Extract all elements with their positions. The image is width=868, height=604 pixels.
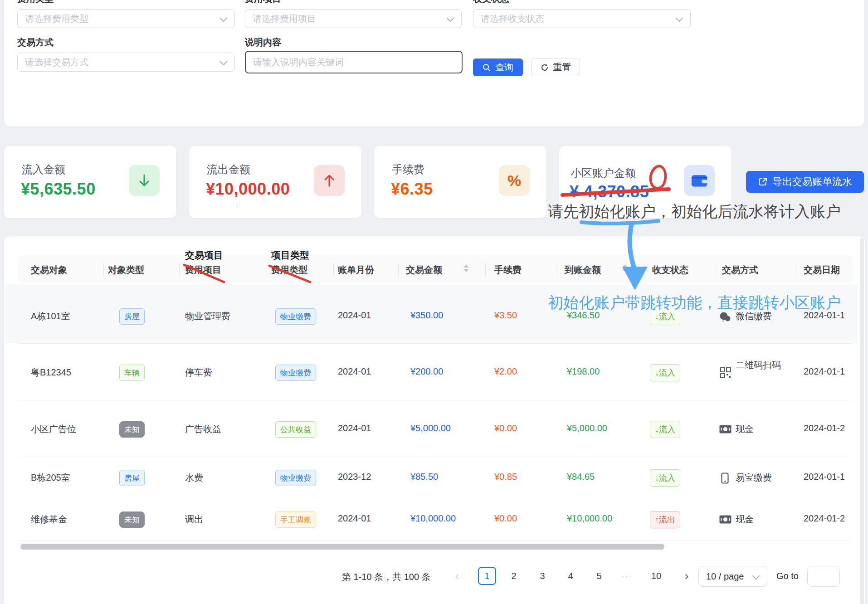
page-ellipsis[interactable]: ··· — [616, 567, 639, 585]
col-header-date[interactable]: 交易日期 — [804, 264, 840, 276]
method-placeholder: 请选择交易方式 — [25, 56, 88, 68]
sort-icon-amount[interactable] — [463, 264, 469, 272]
cell-month: 2024-01 — [338, 423, 371, 434]
col-header-type[interactable]: 对象类型 — [108, 264, 144, 276]
wallet-icon — [684, 165, 715, 196]
sort-icon-received[interactable] — [622, 264, 628, 272]
col-header-item[interactable]: 费用项目 — [185, 264, 221, 276]
col-header-target[interactable]: 交易对象 — [31, 264, 67, 276]
chevron-down-icon — [220, 58, 228, 66]
annotation-col-note-category: 项目类型 — [271, 249, 309, 262]
page-size-value: 10 / page — [706, 571, 744, 582]
refresh-icon — [541, 63, 549, 72]
cell-month: 2024-01 — [338, 513, 371, 524]
fee-type-placeholder: 请选择费用类型 — [25, 13, 88, 25]
cell-fee: ¥0.00 — [494, 513, 517, 524]
goto-page-input[interactable] — [807, 566, 840, 587]
col-header-received[interactable]: 到账金额 — [565, 264, 601, 276]
col-header-amount[interactable]: 交易金额 — [406, 264, 442, 276]
cell-received: ¥10,000.00 — [567, 513, 612, 524]
fee-type-select[interactable]: 请选择费用类型 — [17, 9, 235, 28]
cell-received: ¥198.00 — [567, 366, 600, 377]
cell-date: 2024-01-2 — [804, 513, 845, 524]
col-header-status[interactable]: 收支状态 — [652, 264, 688, 276]
type-badge: 房屋 — [119, 470, 145, 486]
cell-fee: ¥2.00 — [494, 366, 517, 377]
cell-method: 二维码扫码 — [736, 357, 781, 373]
cell-item: 广告收益 — [185, 423, 221, 435]
reset-button-label: 重置 — [553, 61, 571, 73]
outflow-card-value: ¥10,000.00 — [206, 180, 290, 199]
filter-label-fee-type: 费用类型 — [17, 0, 54, 5]
cell-item: 水费 — [185, 472, 203, 484]
status-select[interactable]: 请选择收支状态 — [473, 9, 691, 28]
cell-fee: ¥0.00 — [494, 423, 517, 434]
annotation-init-account-note: 请先初始化账户，初始化后流水将计入账户 — [548, 201, 841, 222]
chevron-down-icon — [676, 15, 683, 22]
chevron-down-icon — [752, 572, 760, 580]
col-header-method[interactable]: 交易方式 — [722, 264, 758, 276]
filter-label-fee-item: 费用项目 — [245, 0, 281, 5]
cell-month: 2024-01 — [338, 366, 371, 377]
horizontal-scrollbar[interactable] — [20, 544, 664, 550]
search-button[interactable]: 查询 — [473, 58, 523, 76]
type-badge: 房屋 — [119, 308, 145, 325]
cell-amount: ¥200.00 — [410, 366, 443, 377]
chevron-down-icon — [447, 15, 454, 22]
cell-amount: ¥350.00 — [410, 310, 443, 321]
arrow-up-icon — [314, 165, 345, 196]
inflow-card-value: ¥5,635.50 — [21, 180, 96, 199]
type-badge: 车辆 — [119, 365, 145, 381]
reset-button[interactable]: 重置 — [532, 58, 580, 76]
vertical-scrollbar[interactable] — [860, 238, 864, 604]
transaction-flow-page: 费用类型 费用项目 收支状态 请选择费用类型 请选择费用项目 请选择收支状态 交… — [0, 0, 868, 604]
cell-item: 调出 — [185, 513, 203, 526]
cell-amount: ¥85.50 — [410, 472, 438, 482]
category-badge: 公共收益 — [275, 421, 316, 438]
qr-code-icon — [720, 367, 731, 378]
cash-icon — [719, 425, 731, 434]
cell-method: 现金 — [736, 513, 754, 526]
search-button-label: 查询 — [495, 61, 513, 73]
status-badge: ↓流入 — [650, 421, 680, 438]
page-button-3[interactable]: 3 — [533, 567, 551, 585]
cell-method: 易宝缴费 — [736, 472, 772, 484]
page-button-2[interactable]: 2 — [505, 567, 523, 585]
annotation-jump-note: 初始化账户带跳转功能，直接跳转小区账户 — [548, 292, 841, 313]
category-badge: 物业缴费 — [275, 365, 316, 381]
export-button[interactable]: 导出交易账单流水 — [746, 171, 864, 193]
col-header-month[interactable]: 账单月份 — [338, 264, 374, 276]
status-badge: ↓流入 — [650, 469, 680, 487]
next-page-icon[interactable]: › — [678, 567, 696, 585]
status-badge: ↓流入 — [650, 364, 680, 381]
fee-item-select[interactable]: 请选择费用项目 — [245, 9, 462, 28]
page-size-select[interactable]: 10 / page — [698, 566, 767, 587]
filter-label-status: 收支状态 — [473, 0, 509, 5]
account-card-value: ¥ 4,370.85 — [570, 182, 649, 201]
cash-icon — [719, 515, 731, 524]
page-button-4[interactable]: 4 — [561, 567, 580, 585]
method-select[interactable]: 请选择交易方式 — [17, 53, 235, 72]
filter-label-description: 说明内容 — [245, 36, 281, 49]
page-button-1[interactable]: 1 — [478, 567, 496, 585]
percent-icon: % — [499, 165, 530, 196]
cell-fee: ¥0.85 — [494, 472, 517, 482]
description-input[interactable] — [245, 51, 463, 73]
export-button-label: 导出交易账单流水 — [772, 175, 852, 189]
phone-icon — [721, 472, 729, 484]
fee-card-label: 手续费 — [392, 162, 424, 177]
type-badge: 未知 — [119, 511, 145, 528]
search-icon — [483, 63, 491, 72]
type-badge: 未知 — [119, 421, 145, 438]
export-icon — [758, 177, 768, 187]
cell-method: 现金 — [736, 423, 754, 435]
col-header-category[interactable]: 费用类型 — [271, 264, 307, 276]
col-header-fee[interactable]: 手续费 — [494, 264, 522, 276]
status-badge: ↑流出 — [650, 511, 680, 528]
page-button-5[interactable]: 5 — [590, 567, 608, 585]
cell-month: 2024-01 — [338, 310, 371, 321]
cell-fee: ¥3.50 — [494, 310, 517, 321]
page-button-10[interactable]: 10 — [646, 567, 666, 585]
inflow-card-label: 流入金额 — [22, 162, 65, 177]
prev-page-icon[interactable]: ‹ — [448, 567, 466, 585]
